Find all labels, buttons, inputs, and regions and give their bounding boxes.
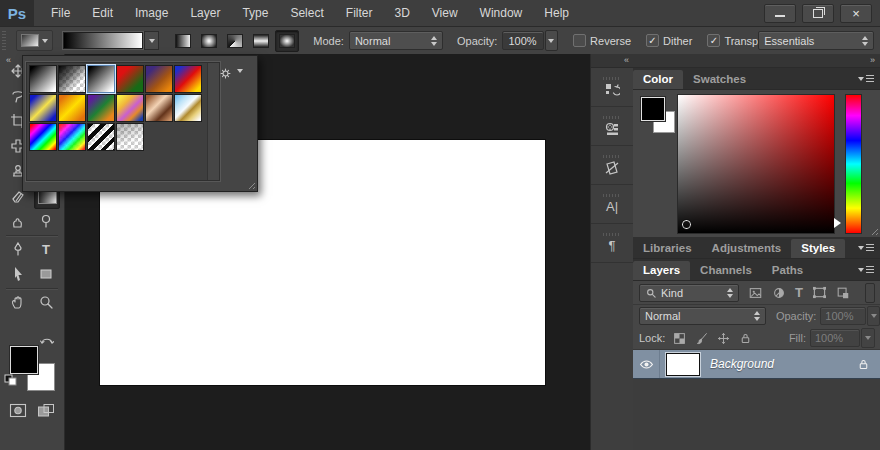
- history-panel-button[interactable]: [591, 68, 633, 107]
- gradient-swatch-copper[interactable]: [145, 94, 173, 122]
- hue-ramp[interactable]: [845, 94, 862, 234]
- dock-collapse-button[interactable]: »: [633, 54, 880, 68]
- lock-image-pixels-button[interactable]: [695, 332, 708, 345]
- gradient-swatch-blue-yellow-blue[interactable]: [29, 94, 57, 122]
- reflected-gradient-button[interactable]: [249, 30, 273, 52]
- gradient-swatch-red-green[interactable]: [116, 65, 144, 93]
- tab-paths[interactable]: Paths: [762, 261, 813, 280]
- menu-edit[interactable]: Edit: [81, 0, 124, 26]
- dither-checkbox[interactable]: ✓: [646, 34, 659, 47]
- menu-view[interactable]: View: [421, 0, 469, 26]
- smudge-tool[interactable]: [6, 210, 30, 232]
- character-panel-button[interactable]: A|: [591, 185, 633, 224]
- gradient-swatch-foreground-to-background[interactable]: [29, 65, 57, 93]
- dodge-tool[interactable]: [34, 210, 58, 232]
- paragraph-panel-button[interactable]: ¶: [591, 224, 633, 263]
- gradient-swatch-violet-green-orange[interactable]: [87, 94, 115, 122]
- gradient-swatch-neutral-density[interactable]: [116, 123, 144, 151]
- tab-libraries[interactable]: Libraries: [633, 239, 702, 258]
- menu-select[interactable]: Select: [279, 0, 334, 26]
- quick-mask-button[interactable]: [6, 399, 30, 421]
- menu-file[interactable]: File: [40, 0, 81, 26]
- filter-adjustment-layers-button[interactable]: [772, 286, 786, 300]
- gradient-swatch-yellow-violet-orange-blue[interactable]: [116, 94, 144, 122]
- lock-all-button[interactable]: [739, 332, 752, 345]
- saturation-brightness-field[interactable]: [677, 94, 835, 234]
- pen-tool[interactable]: [6, 238, 30, 260]
- tool-preset-picker[interactable]: [16, 30, 53, 51]
- gradient-picker-settings-button[interactable]: [219, 66, 243, 80]
- layer-blend-mode-select[interactable]: Normal: [639, 307, 766, 325]
- menu-help[interactable]: Help: [533, 0, 580, 26]
- gradient-preview[interactable]: [63, 32, 143, 49]
- gradient-swatch-black-white[interactable]: [87, 65, 115, 93]
- tab-styles[interactable]: Styles: [791, 239, 845, 258]
- gradient-picker-scrollbar[interactable]: [207, 63, 219, 180]
- menu-image[interactable]: Image: [124, 0, 179, 26]
- zoom-tool[interactable]: [34, 291, 58, 313]
- minimize-button[interactable]: [764, 4, 796, 23]
- gradient-swatch-transparent-stripes[interactable]: [87, 123, 115, 151]
- filter-pixel-layers-button[interactable]: [748, 286, 763, 300]
- popup-resize-grip[interactable]: [246, 180, 255, 189]
- swap-colors-icon[interactable]: [40, 335, 54, 347]
- close-button[interactable]: ×: [840, 4, 872, 23]
- tab-color[interactable]: Color: [633, 70, 683, 89]
- tab-adjustments[interactable]: Adjustments: [702, 239, 792, 258]
- filter-kind-select[interactable]: Kind: [639, 284, 739, 302]
- menu-filter[interactable]: Filter: [335, 0, 384, 26]
- layer-name[interactable]: Background: [710, 357, 774, 371]
- workspace-select[interactable]: Essentials: [758, 31, 874, 50]
- opacity-dropdown-button[interactable]: [545, 30, 558, 51]
- dock-expand-button[interactable]: «: [591, 54, 633, 68]
- layer-visibility-toggle[interactable]: [633, 350, 660, 378]
- foreground-color-swatch[interactable]: [10, 346, 38, 374]
- panel-resize-grip[interactable]: [869, 226, 878, 235]
- color-foreground-swatch[interactable]: [641, 97, 665, 121]
- default-colors-icon[interactable]: [4, 374, 17, 386]
- gradient-swatch-violet-orange[interactable]: [145, 65, 173, 93]
- diamond-gradient-button[interactable]: [275, 30, 299, 52]
- lock-transparent-pixels-button[interactable]: [673, 332, 686, 345]
- menu-window[interactable]: Window: [469, 0, 534, 26]
- gradient-swatch-chrome[interactable]: [174, 94, 202, 122]
- screen-mode-button[interactable]: [34, 399, 58, 421]
- blend-mode-select[interactable]: Normal: [349, 31, 443, 50]
- clone-source-panel-button[interactable]: [591, 146, 633, 185]
- layer-fill-dropdown[interactable]: [861, 328, 875, 348]
- layer-thumbnail[interactable]: [666, 353, 700, 376]
- angle-gradient-button[interactable]: [223, 30, 247, 52]
- gradient-swatch-orange-yellow-orange[interactable]: [58, 94, 86, 122]
- layer-row-background[interactable]: Background: [633, 350, 880, 379]
- lock-position-button[interactable]: [717, 332, 730, 345]
- tab-swatches[interactable]: Swatches: [683, 70, 756, 89]
- layer-fill-input[interactable]: 100%: [810, 329, 860, 347]
- gradient-swatch-blue-red-yellow[interactable]: [174, 65, 202, 93]
- gradient-swatch-foreground-to-transparent[interactable]: [58, 65, 86, 93]
- gradient-picker-arrow[interactable]: [144, 31, 159, 50]
- menu-3d[interactable]: 3D: [383, 0, 420, 26]
- restore-button[interactable]: [802, 4, 834, 23]
- filter-smart-objects-button[interactable]: [836, 286, 850, 300]
- panel-menu-button[interactable]: [858, 243, 874, 252]
- type-tool[interactable]: T: [34, 238, 58, 260]
- panel-menu-button[interactable]: [858, 265, 874, 274]
- rectangle-tool[interactable]: [34, 263, 58, 285]
- actions-panel-button[interactable]: [591, 107, 633, 146]
- layer-opacity-input[interactable]: 100%: [820, 307, 866, 325]
- tab-layers[interactable]: Layers: [633, 261, 690, 280]
- color-field-cursor[interactable]: [681, 219, 692, 230]
- menu-layer[interactable]: Layer: [179, 0, 231, 26]
- transparency-checkbox[interactable]: ✓: [707, 34, 720, 47]
- radial-gradient-button[interactable]: [197, 30, 221, 52]
- linear-gradient-button[interactable]: [171, 30, 195, 52]
- hand-tool[interactable]: [6, 291, 30, 313]
- filter-toggle-switch[interactable]: [865, 283, 875, 303]
- tab-channels[interactable]: Channels: [690, 261, 762, 280]
- layer-opacity-dropdown[interactable]: [867, 306, 880, 326]
- gradient-swatch-transparent-rainbow[interactable]: [58, 123, 86, 151]
- panel-menu-button[interactable]: [858, 74, 874, 83]
- path-selection-tool[interactable]: [6, 263, 30, 285]
- filter-shape-layers-button[interactable]: [812, 286, 827, 299]
- filter-type-layers-button[interactable]: T: [795, 285, 803, 300]
